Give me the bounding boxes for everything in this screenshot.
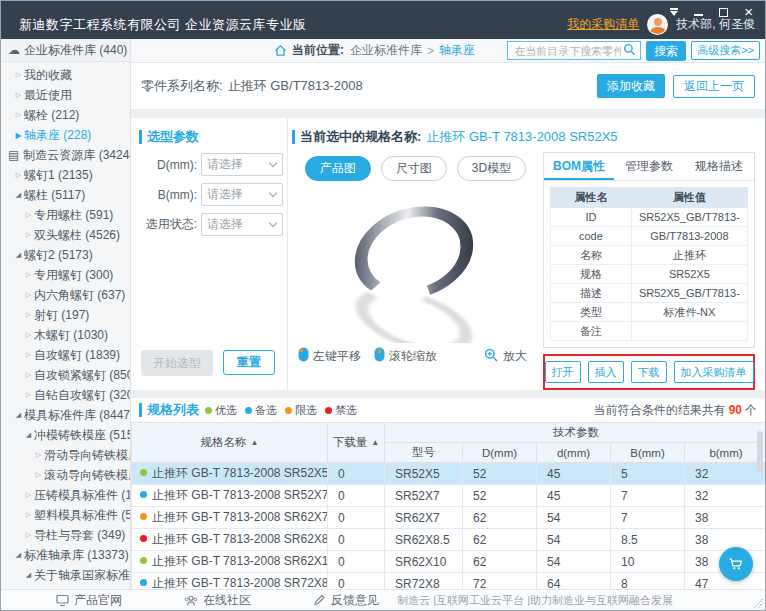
product-site-link[interactable]: 产品官网 (56, 592, 122, 609)
tree-expanded-icon[interactable]: ◢ (23, 571, 34, 579)
tree-collapsed-icon[interactable]: ▷ (23, 311, 34, 319)
spec-name-cell[interactable]: 止推环 GB-T 7813-2008 SR52X7 (132, 485, 328, 507)
sidebar-item[interactable]: ◢模具标准件库 (8447) (1, 405, 130, 425)
tree-selected-icon[interactable]: ▶ (13, 131, 24, 140)
tree-collapsed-icon[interactable]: ▷ (23, 511, 34, 519)
sidebar-item[interactable]: ▷自攻螺钉 (1839) (1, 345, 130, 365)
breadcrumb-root[interactable]: 企业标准件库 (350, 42, 422, 59)
tree-expanded-icon[interactable]: ◢ (23, 431, 34, 439)
tree-collapsed-icon[interactable]: ▷ (23, 391, 34, 399)
tab-3d-model[interactable]: 3D模型 (457, 156, 526, 181)
tab-management-params[interactable]: 管理参数 (614, 153, 684, 180)
sidebar-item[interactable]: ▷滚动导向铸铁模座 (4 (1, 465, 130, 485)
tree-collapsed-icon[interactable]: ▷ (23, 531, 34, 539)
avatar[interactable] (647, 14, 668, 35)
tree-collapsed-icon[interactable]: ▷ (23, 371, 34, 379)
search-icon[interactable] (623, 43, 636, 59)
sidebar-item[interactable]: ▷自钻自攻螺钉 (320) (1, 385, 130, 405)
sidebar-item[interactable]: ◢标准轴承库 (13373) (1, 545, 130, 565)
feedback-link[interactable]: 反馈意见 (313, 592, 379, 609)
open-button[interactable]: 打开 (545, 361, 581, 383)
sidebar-item[interactable]: ▷塑料模具标准件 (5952 (1, 505, 130, 525)
tree-collapsed-icon[interactable]: ▷ (23, 271, 34, 279)
tree-collapsed-icon[interactable]: ▷ (23, 331, 34, 339)
sidebar-item[interactable]: ▷内六角螺钉 (637) (1, 285, 130, 305)
tree-collapsed-icon[interactable]: ▷ (13, 171, 24, 179)
sidebar-item[interactable]: ▷螺栓 (212) (1, 105, 130, 125)
tab-product-image[interactable]: 产品图 (305, 156, 371, 181)
tab-dimension-drawing[interactable]: 尺寸图 (381, 156, 447, 181)
sidebar-item[interactable]: ▷最近使用 (1, 85, 130, 105)
tree-expanded-icon[interactable]: ◢ (13, 251, 24, 259)
spec-row[interactable]: 止推环 GB-T 7813-2008 SR52X70SR52X75245732 (132, 485, 766, 507)
sidebar-item[interactable]: ▷自攻锁紧螺钉 (850) (1, 365, 130, 385)
spec-name-cell[interactable]: 止推环 GB-T 7813-2008 SR62X7 (132, 507, 328, 529)
sidebar-item[interactable]: ☁企业标准件库 (440) (1, 39, 130, 62)
search-input[interactable] (512, 44, 623, 58)
tree-collapsed-icon[interactable]: ▷ (23, 211, 34, 219)
tree-expanded-icon[interactable]: ◢ (13, 191, 24, 199)
spec-row[interactable]: 止推环 GB-T 7813-2008 SR62X100SR62X10625410… (132, 551, 766, 573)
spec-name-cell[interactable]: 止推环 GB-T 7813-2008 SR52X5 (132, 463, 328, 485)
purchase-list-link[interactable]: 我的采购清单 (567, 16, 639, 33)
tree-collapsed-icon[interactable]: ▷ (23, 351, 34, 359)
download-button[interactable]: 下载 (631, 361, 667, 383)
advanced-search-button[interactable]: 高级搜索>> (691, 41, 760, 60)
search-button[interactable]: 搜索 (646, 41, 686, 61)
spec-row[interactable]: 止推环 GB-T 7813-2008 SR62X8.50SR62X8.56254… (132, 529, 766, 551)
resize-grip[interactable] (753, 598, 763, 608)
col-header-spec-name[interactable]: 规格名称▲ (132, 423, 328, 463)
insert-button[interactable]: 插入 (588, 361, 624, 383)
tree-collapsed-icon[interactable]: ▷ (13, 71, 24, 79)
add-favorite-button[interactable]: 添加收藏 (597, 74, 665, 98)
spec-row[interactable]: 止推环 GB-T 7813-2008 SR62X70SR62X76254738 (132, 507, 766, 529)
sidebar-item[interactable]: ◢关于轴承国家标准 (37 (1, 565, 130, 585)
tree-collapsed-icon[interactable]: ▷ (23, 491, 34, 499)
tab-spec-description[interactable]: 规格描述 (684, 153, 754, 180)
sidebar-item[interactable]: ◢螺钉2 (5173) (1, 245, 130, 265)
param-select-B[interactable]: 请选择 (201, 183, 283, 206)
back-button[interactable]: 返回上一页 (673, 75, 755, 98)
tab-bom-properties[interactable]: BOM属性 (544, 153, 614, 180)
tree-collapsed-icon[interactable]: ▷ (23, 231, 34, 239)
sidebar-item[interactable]: ▷专用螺钉 (300) (1, 265, 130, 285)
sidebar-item[interactable]: ▷压铸模具标准件 (1631 (1, 485, 130, 505)
tree-expanded-icon[interactable]: ◢ (13, 411, 24, 419)
param-field-D: D(mm): 请选择 (139, 153, 287, 176)
sidebar-item[interactable]: ▶轴承座 (228) (1, 125, 130, 145)
reset-button[interactable]: 重置 (223, 350, 275, 375)
sidebar-item[interactable]: ◢冲模铸铁模座 (515) (1, 425, 130, 445)
sidebar-item[interactable]: ▷螺钉1 (2135) (1, 165, 130, 185)
tree-collapsed-icon[interactable]: ▷ (33, 451, 44, 459)
scrollbar-thumb[interactable] (757, 431, 763, 473)
param-select-D[interactable]: 请选择 (201, 153, 283, 176)
spec-row[interactable]: 止推环 GB-T 7813-2008 SR52X50SR52X55245532 (132, 463, 766, 485)
sidebar-item[interactable]: ▷导柱与导套 (349) (1, 525, 130, 545)
tree-collapsed-icon[interactable]: ▷ (33, 471, 44, 479)
zoom-in-control[interactable]: 放大 (484, 348, 527, 365)
sidebar-item[interactable]: ▷木螺钉 (1030) (1, 325, 130, 345)
spec-name-cell[interactable]: 止推环 GB-T 7813-2008 SR72X8 (132, 573, 328, 590)
community-link[interactable]: 在线社区 (184, 592, 251, 609)
sidebar-item[interactable]: ▷双头螺柱 (4526) (1, 225, 130, 245)
product-image[interactable] (288, 181, 543, 345)
sidebar-item[interactable]: ▤制造云资源库 (34245) (1, 145, 130, 165)
sidebar-item[interactable]: ▷射钉 (197) (1, 305, 130, 325)
tree-expanded-icon[interactable]: ◢ (13, 551, 24, 559)
tree-collapsed-icon[interactable]: ▷ (13, 111, 24, 119)
add-to-purchase-list-button[interactable]: 加入采购清单 (674, 361, 754, 383)
sidebar-item[interactable]: ▷专用螺柱 (591) (1, 205, 130, 225)
start-selection-button[interactable]: 开始选型 (141, 350, 213, 376)
tree-collapsed-icon[interactable]: ▷ (13, 91, 24, 99)
sidebar-item[interactable]: ▷我的收藏 (1, 65, 130, 85)
sidebar-item[interactable]: ◢螺柱 (5117) (1, 185, 130, 205)
spec-name-cell[interactable]: 止推环 GB-T 7813-2008 SR62X10 (132, 551, 328, 573)
spec-cell-b: 38 (685, 507, 766, 529)
cart-fab-button[interactable] (719, 547, 753, 581)
col-header-downloads[interactable]: 下载量▲ (328, 423, 385, 463)
param-select-status[interactable]: 请选择 (201, 213, 283, 236)
spec-row[interactable]: 止推环 GB-T 7813-2008 SR72X80SR72X87264847 (132, 573, 766, 590)
spec-name-cell[interactable]: 止推环 GB-T 7813-2008 SR62X8.5 (132, 529, 328, 551)
tree-collapsed-icon[interactable]: ▷ (23, 291, 34, 299)
sidebar-item[interactable]: ▷滑动导向铸铁模座 (4 (1, 445, 130, 465)
